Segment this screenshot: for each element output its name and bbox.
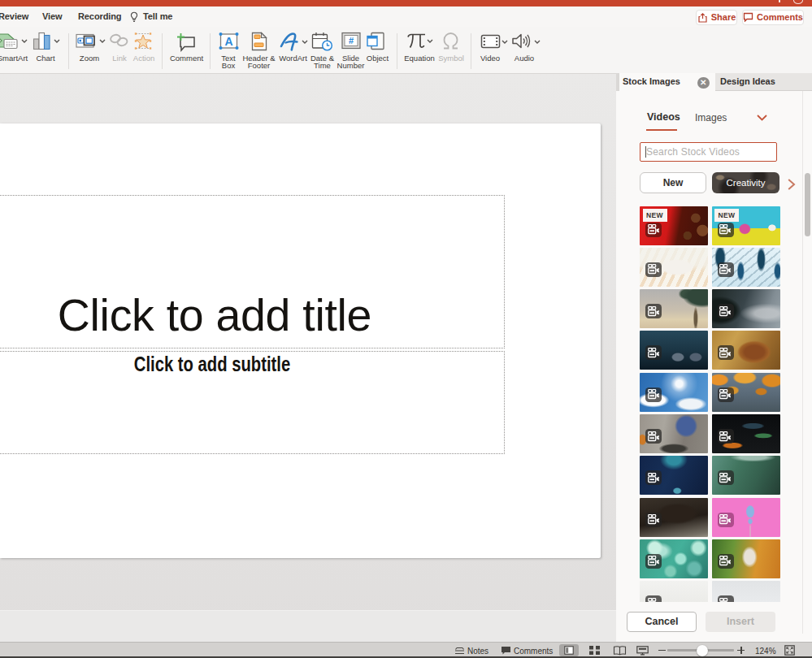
svg-text:A: A [224, 35, 232, 48]
svg-text:#: # [349, 36, 354, 45]
